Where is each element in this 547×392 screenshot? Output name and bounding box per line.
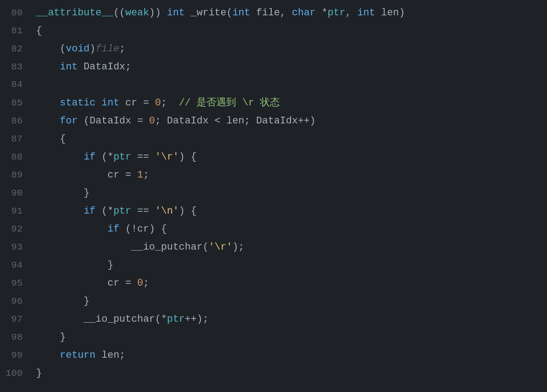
token: if — [84, 205, 96, 217]
line-content: cr = 1; — [32, 167, 547, 183]
line-content: return len; — [32, 347, 547, 363]
token: } — [36, 332, 66, 343]
line-number: 96 — [0, 294, 32, 309]
line-content: } — [32, 293, 547, 309]
token: weak — [125, 7, 149, 18]
token — [36, 97, 60, 109]
line-number: 98 — [0, 330, 32, 345]
line-content: } — [32, 185, 547, 201]
token: // 是否遇到 \r 状态 — [179, 97, 280, 109]
token: ptr — [114, 205, 132, 217]
token: ; — [143, 278, 149, 289]
line-number: 92 — [0, 222, 32, 237]
line-content: } — [32, 329, 547, 345]
line-number: 95 — [0, 276, 32, 291]
line-number: 80 — [0, 5, 32, 21]
code-line: 83 int DataIdx; — [0, 59, 547, 77]
token — [36, 350, 60, 361]
code-line: 85 static int cr = 0; // 是否遇到 \r 状态 — [0, 95, 547, 113]
line-content: if (!cr) { — [32, 221, 547, 237]
line-number: 87 — [0, 132, 32, 147]
token: _write( — [185, 7, 232, 18]
token: 0 — [155, 97, 161, 109]
code-line: 86 for (DataIdx = 0; DataIdx < len; Data… — [0, 113, 547, 131]
token: )) — [149, 7, 167, 18]
token: cr = — [119, 97, 155, 109]
token — [36, 223, 107, 235]
line-number: 93 — [0, 240, 32, 255]
token — [36, 151, 84, 163]
token: == — [131, 151, 155, 163]
token: * — [316, 7, 328, 18]
token: (!cr) { — [119, 223, 167, 235]
token: 0 — [149, 115, 155, 127]
token: ptr — [328, 7, 346, 18]
token: ) { — [179, 205, 197, 217]
token: void — [66, 43, 90, 55]
token: for — [60, 115, 78, 127]
code-line: 93 __io_putchar('\r'); — [0, 239, 547, 257]
token: '\n' — [155, 205, 179, 217]
code-line: 82 (void)file; — [0, 41, 547, 59]
code-editor: 80__attribute__((weak)) int _write(int f… — [0, 0, 547, 387]
token — [36, 115, 60, 127]
line-content: __attribute__((weak)) int _write(int fil… — [32, 5, 547, 21]
token: char — [292, 7, 316, 18]
token: ; — [161, 97, 179, 109]
token: cr = — [36, 169, 137, 181]
line-content: { — [32, 131, 547, 147]
token: int — [357, 7, 375, 18]
line-content: (void)file; — [32, 41, 547, 57]
token: } — [36, 296, 90, 307]
token: __io_putchar(* — [36, 314, 167, 325]
token: 0 — [137, 278, 143, 289]
line-number: 82 — [0, 41, 32, 57]
token: == — [131, 205, 155, 217]
token: ( — [36, 43, 66, 55]
token: ); — [232, 242, 244, 253]
code-line: 99 return len; — [0, 347, 547, 365]
token: __io_putchar( — [36, 242, 209, 253]
line-content: } — [32, 365, 547, 381]
token: (* — [96, 205, 114, 217]
code-line: 87 { — [0, 131, 547, 149]
token: (( — [114, 7, 125, 18]
code-line: 98 } — [0, 329, 547, 347]
token: static — [60, 97, 96, 109]
line-content: if (*ptr == '\r') { — [32, 149, 547, 165]
line-number: 83 — [0, 59, 32, 75]
token: } — [36, 187, 90, 199]
token: (* — [96, 151, 114, 163]
token: } — [36, 368, 42, 379]
token: '\r' — [209, 242, 232, 253]
code-line: 94 } — [0, 257, 547, 275]
token: ) — [90, 43, 96, 55]
line-number: 84 — [0, 77, 32, 92]
line-number: 85 — [0, 96, 32, 111]
line-number: 99 — [0, 348, 32, 363]
code-line: 84 — [0, 77, 547, 95]
line-number: 91 — [0, 204, 32, 219]
token: file, — [250, 7, 292, 18]
code-line: 96 } — [0, 293, 547, 311]
token — [36, 205, 84, 217]
line-content: static int cr = 0; // 是否遇到 \r 状态 — [32, 95, 547, 111]
code-line: 88 if (*ptr == '\r') { — [0, 149, 547, 167]
token: } — [36, 260, 114, 271]
line-content: __io_putchar('\r'); — [32, 239, 547, 255]
token: ptr — [167, 314, 185, 325]
token: if — [84, 151, 96, 163]
line-content: cr = 0; — [32, 275, 547, 291]
token: if — [107, 223, 119, 235]
token: '\r' — [155, 151, 179, 163]
token: return — [60, 350, 96, 361]
token — [96, 97, 101, 109]
token: (DataIdx = — [77, 115, 149, 127]
code-line: 97 __io_putchar(*ptr++); — [0, 311, 547, 329]
code-line: 90 } — [0, 185, 547, 203]
code-line: 100} — [0, 365, 547, 383]
code-line: 89 cr = 1; — [0, 167, 547, 185]
token: cr = — [36, 278, 137, 289]
token: int — [167, 7, 185, 18]
code-line: 80__attribute__((weak)) int _write(int f… — [0, 5, 547, 23]
